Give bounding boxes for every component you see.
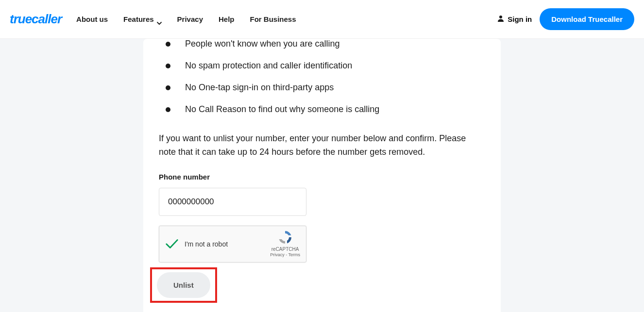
instruction-paragraph: If you want to unlist your number, enter… (159, 132, 485, 159)
bullet-icon (166, 64, 170, 68)
nav-features[interactable]: Features (123, 15, 162, 23)
person-icon (497, 15, 505, 24)
bullet-text: No Call Reason to find out why someone i… (185, 104, 379, 115)
nav-features-label: Features (123, 15, 154, 23)
bullet-icon (166, 42, 170, 47)
download-button[interactable]: Download Truecaller (540, 8, 634, 30)
phone-number-label: Phone number (159, 173, 485, 181)
unlist-highlight-box: Unlist (150, 267, 217, 303)
bullet-text: No spam protection and caller identifica… (185, 61, 352, 71)
bullet-text: No One-tap sign-in on third-party apps (185, 82, 334, 93)
main-nav: About us Features Privacy Help For Busin… (76, 15, 497, 23)
recaptcha-widget[interactable]: I'm not a robot reCAPTCHA Privacy - Term… (159, 226, 306, 263)
bullet-item: No One-tap sign-in on third-party apps (166, 82, 485, 93)
header-right: Sign in Download Truecaller (497, 8, 634, 30)
recaptcha-terms-text[interactable]: Privacy - Terms (270, 252, 300, 258)
nav-about-us[interactable]: About us (76, 15, 108, 23)
checkmark-icon (165, 237, 179, 251)
nav-privacy[interactable]: Privacy (177, 15, 203, 23)
recaptcha-label: I'm not a robot (185, 240, 270, 248)
main-header: truecaller About us Features Privacy Hel… (0, 0, 644, 39)
bullet-icon (166, 85, 170, 90)
recaptcha-brand-text: reCAPTCHA (270, 246, 300, 252)
bullet-item: No spam protection and caller identifica… (166, 61, 485, 71)
signin-label: Sign in (508, 15, 532, 23)
recaptcha-logo-icon (277, 230, 293, 245)
signin-link[interactable]: Sign in (497, 15, 532, 24)
recaptcha-branding: reCAPTCHA Privacy - Terms (270, 230, 300, 258)
bullet-list: People won't know when you are calling N… (159, 39, 485, 115)
phone-number-input[interactable] (159, 188, 306, 216)
unlist-button[interactable]: Unlist (157, 272, 210, 298)
bullet-text: People won't know when you are calling (185, 39, 340, 49)
content-wrapper: People won't know when you are calling N… (0, 39, 644, 312)
svg-point-0 (499, 16, 502, 18)
bullet-icon (166, 107, 170, 112)
bullet-item: People won't know when you are calling (166, 39, 485, 49)
unlist-card: People won't know when you are calling N… (143, 39, 501, 312)
nav-help[interactable]: Help (219, 15, 235, 23)
bullet-item: No Call Reason to find out why someone i… (166, 104, 485, 115)
chevron-down-icon (157, 18, 162, 21)
truecaller-logo[interactable]: truecaller (10, 12, 62, 27)
nav-for-business[interactable]: For Business (250, 15, 296, 23)
